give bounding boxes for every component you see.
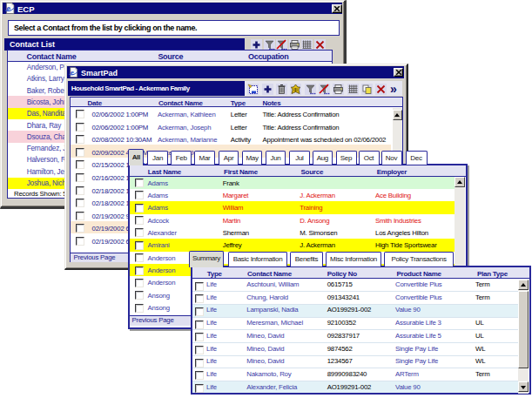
svg-text:e: e	[6, 3, 10, 13]
svg-text:e: e	[71, 68, 74, 77]
